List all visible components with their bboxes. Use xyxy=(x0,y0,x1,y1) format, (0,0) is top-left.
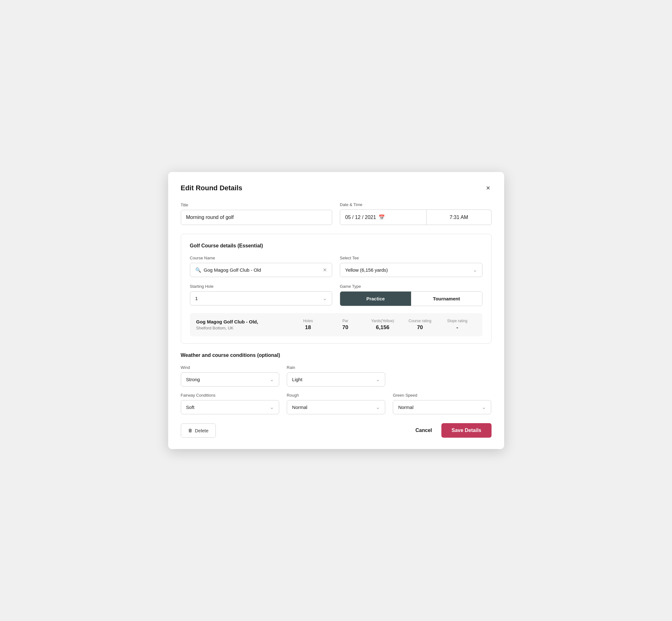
yards-stat: Yards(Yellow) 6,156 xyxy=(364,319,401,331)
title-label: Title xyxy=(181,203,333,207)
footer-right: Cancel Save Details xyxy=(416,423,492,438)
par-label: Par xyxy=(327,319,364,323)
course-location: Shelford Bottom, UK xyxy=(196,326,290,330)
select-tee-group: Select Tee Yellow (6,156 yards) ⌄ xyxy=(340,256,482,277)
green-speed-dropdown[interactable]: Normal ⌄ xyxy=(393,400,491,414)
starting-hole-label: Starting Hole xyxy=(190,284,333,289)
rough-group: Rough Normal ⌄ xyxy=(287,393,385,414)
delete-button[interactable]: 🗑 Delete xyxy=(181,423,216,438)
wind-rain-row: Wind Strong ⌄ Rain Light ⌄ xyxy=(181,365,492,386)
rain-label: Rain xyxy=(287,365,385,370)
conditions-row: Fairway Conditions Soft ⌄ Rough Normal ⌄… xyxy=(181,393,492,414)
close-button[interactable]: × xyxy=(485,183,492,193)
clear-icon[interactable]: ✕ xyxy=(323,267,327,273)
course-name-input[interactable]: 🔍 Gog Magog Golf Club - Old ✕ xyxy=(190,263,333,277)
starting-hole-value: 1 xyxy=(195,296,198,301)
datetime-label: Date & Time xyxy=(340,202,492,207)
rain-dropdown[interactable]: Light ⌄ xyxy=(287,372,385,386)
holes-stat: Holes 18 xyxy=(289,319,327,331)
title-field-group: Title xyxy=(181,203,333,225)
par-value: 70 xyxy=(327,324,364,331)
save-button[interactable]: Save Details xyxy=(442,423,491,438)
rain-value: Light xyxy=(292,377,302,382)
course-info-name: Gog Magog Golf Club - Old, Shelford Bott… xyxy=(196,319,290,330)
course-name-value: Gog Magog Golf Club - Old xyxy=(204,267,261,273)
tournament-button[interactable]: Tournament xyxy=(411,292,482,306)
rough-dropdown[interactable]: Normal ⌄ xyxy=(287,400,385,414)
fairway-label: Fairway Conditions xyxy=(181,393,279,398)
calendar-icon: 📅 xyxy=(379,214,385,220)
game-type-label: Game Type xyxy=(340,284,482,289)
chevron-down-icon: ⌄ xyxy=(376,404,380,410)
fairway-dropdown[interactable]: Soft ⌄ xyxy=(181,400,279,414)
datetime-group: 05 / 12 / 2021 📅 7:31 AM xyxy=(340,210,492,225)
fairway-group: Fairway Conditions Soft ⌄ xyxy=(181,393,279,414)
top-fields: Title Date & Time 05 / 12 / 2021 📅 7:31 … xyxy=(181,202,492,225)
select-tee-dropdown[interactable]: Yellow (6,156 yards) ⌄ xyxy=(340,263,482,277)
select-tee-value: Yellow (6,156 yards) xyxy=(345,267,388,273)
course-name-label: Course Name xyxy=(190,256,333,260)
practice-button[interactable]: Practice xyxy=(340,292,411,306)
course-name-group: Course Name 🔍 Gog Magog Golf Club - Old … xyxy=(190,256,333,277)
chevron-down-icon: ⌄ xyxy=(376,376,380,382)
par-stat: Par 70 xyxy=(327,319,364,331)
wind-value: Strong xyxy=(186,377,200,382)
course-rating-stat: Course rating 70 xyxy=(401,319,438,331)
weather-title: Weather and course conditions (optional) xyxy=(181,353,492,358)
golf-course-section: Golf Course details (Essential) Course N… xyxy=(181,234,492,344)
fairway-value: Soft xyxy=(186,405,195,410)
weather-section: Weather and course conditions (optional)… xyxy=(181,353,492,414)
time-input[interactable]: 7:31 AM xyxy=(426,210,491,225)
course-rating-value: 70 xyxy=(401,324,438,331)
search-icon: 🔍 xyxy=(195,267,201,273)
course-info-box: Gog Magog Golf Club - Old, Shelford Bott… xyxy=(190,313,482,336)
yards-label: Yards(Yellow) xyxy=(364,319,401,323)
date-input[interactable]: 05 / 12 / 2021 📅 xyxy=(340,210,426,225)
chevron-down-icon: ⌄ xyxy=(482,404,486,410)
starting-hole-dropdown[interactable]: 1 ⌄ xyxy=(190,291,333,305)
wind-dropdown[interactable]: Strong ⌄ xyxy=(181,372,279,386)
green-speed-label: Green Speed xyxy=(393,393,491,398)
rain-group: Rain Light ⌄ xyxy=(287,365,385,386)
green-speed-value: Normal xyxy=(398,405,413,410)
chevron-down-icon: ⌄ xyxy=(270,404,274,410)
rough-value: Normal xyxy=(292,405,307,410)
holes-label: Holes xyxy=(289,319,327,323)
title-input[interactable] xyxy=(181,210,333,225)
modal-title: Edit Round Details xyxy=(181,184,243,192)
chevron-down-icon: ⌄ xyxy=(323,295,327,301)
footer-row: 🗑 Delete Cancel Save Details xyxy=(181,423,492,438)
course-name-display: Gog Magog Golf Club - Old, xyxy=(196,319,290,324)
yards-value: 6,156 xyxy=(364,324,401,331)
slope-rating-value: - xyxy=(438,324,476,331)
chevron-down-icon: ⌄ xyxy=(473,267,477,273)
rough-label: Rough xyxy=(287,393,385,398)
trash-icon: 🗑 xyxy=(188,428,193,433)
game-type-group: Game Type Practice Tournament xyxy=(340,284,482,306)
course-rating-label: Course rating xyxy=(401,319,438,323)
hole-gametype-row: Starting Hole 1 ⌄ Game Type Practice Tou… xyxy=(190,284,482,306)
chevron-down-icon: ⌄ xyxy=(270,376,274,382)
slope-rating-stat: Slope rating - xyxy=(438,319,476,331)
cancel-button[interactable]: Cancel xyxy=(416,427,432,433)
course-tee-row: Course Name 🔍 Gog Magog Golf Club - Old … xyxy=(190,256,482,277)
select-tee-label: Select Tee xyxy=(340,256,482,260)
slope-rating-label: Slope rating xyxy=(438,319,476,323)
delete-label: Delete xyxy=(195,428,209,433)
edit-round-modal: Edit Round Details × Title Date & Time 0… xyxy=(168,172,504,449)
holes-value: 18 xyxy=(289,324,327,331)
date-value: 05 / 12 / 2021 xyxy=(345,215,376,220)
wind-label: Wind xyxy=(181,365,279,370)
datetime-field-group: Date & Time 05 / 12 / 2021 📅 7:31 AM xyxy=(340,202,492,225)
wind-group: Wind Strong ⌄ xyxy=(181,365,279,386)
starting-hole-group: Starting Hole 1 ⌄ xyxy=(190,284,333,306)
modal-header: Edit Round Details × xyxy=(181,183,492,193)
golf-section-title: Golf Course details (Essential) xyxy=(190,243,482,249)
green-speed-group: Green Speed Normal ⌄ xyxy=(393,393,491,414)
game-type-toggle: Practice Tournament xyxy=(340,291,482,306)
time-value: 7:31 AM xyxy=(450,215,468,220)
